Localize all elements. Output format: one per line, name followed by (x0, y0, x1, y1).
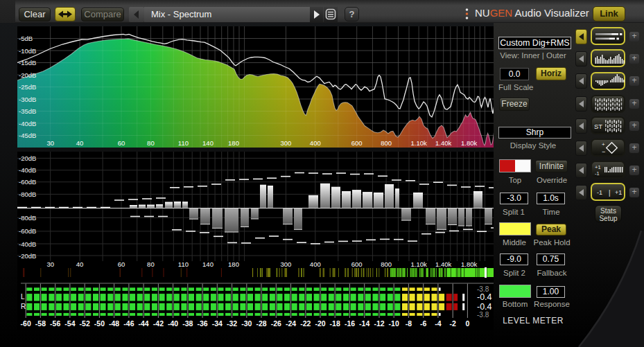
svg-text:-16: -16 (345, 319, 355, 328)
svg-text:-30dB: -30dB (19, 96, 36, 103)
svg-text:-5dB: -5dB (19, 35, 33, 42)
svg-text:-3.8: -3.8 (477, 311, 489, 319)
svg-text:1.80k: 1.80k (461, 260, 477, 268)
svg-text:1.10k: 1.10k (410, 139, 426, 147)
svg-text:-6: -6 (420, 319, 426, 328)
svg-text:+1: +1 (615, 189, 622, 196)
svg-text:300: 300 (280, 139, 291, 147)
svg-text:-45dB: -45dB (19, 132, 36, 139)
svg-text:30: 30 (46, 139, 54, 147)
svg-text:110: 110 (178, 139, 189, 147)
svg-text:-40dB: -40dB (19, 166, 36, 174)
svg-text:-20dB: -20dB (19, 154, 36, 162)
svg-text:-26: -26 (271, 319, 281, 328)
svg-text:300: 300 (280, 260, 291, 268)
svg-text:-36: -36 (198, 319, 208, 328)
svg-text:-40: -40 (168, 319, 178, 328)
svg-text:-0.4: -0.4 (477, 302, 492, 312)
svg-text:-1: -1 (595, 170, 600, 177)
svg-text:-10: -10 (389, 319, 399, 328)
svg-text:-40dB: -40dB (19, 240, 36, 248)
svg-text:-52: -52 (80, 319, 90, 328)
svg-text:-50: -50 (94, 319, 105, 328)
svg-text:-1: -1 (597, 189, 602, 196)
svg-text:-60: -60 (21, 319, 31, 328)
svg-text:60: 60 (118, 139, 125, 147)
svg-text:-20: -20 (315, 319, 325, 328)
svg-text:-24: -24 (286, 319, 296, 328)
svg-text:-28: -28 (256, 319, 266, 328)
svg-text:|: | (609, 189, 611, 197)
svg-text:ST: ST (594, 123, 602, 130)
svg-text:-34: -34 (212, 319, 223, 328)
svg-text:-10dB: -10dB (19, 47, 36, 55)
svg-text:R: R (21, 303, 26, 310)
svg-text:0: 0 (465, 319, 469, 328)
svg-text:-46: -46 (123, 319, 134, 328)
svg-text:180: 180 (228, 260, 239, 268)
svg-text:60: 60 (118, 260, 125, 268)
svg-text:30: 30 (46, 260, 54, 268)
svg-text:-38: -38 (182, 319, 193, 328)
svg-text:-14: -14 (359, 319, 369, 328)
svg-text:-80dB: -80dB (19, 190, 36, 198)
svg-text:40: 40 (76, 260, 84, 268)
svg-text:40: 40 (76, 139, 84, 147)
svg-text:-4: -4 (435, 319, 441, 328)
svg-text:600: 600 (351, 139, 363, 147)
svg-text:80: 80 (147, 260, 155, 268)
svg-text:-60dB: -60dB (19, 227, 36, 235)
svg-text:140: 140 (202, 260, 214, 268)
svg-text:800: 800 (381, 260, 392, 268)
svg-text:1.80k: 1.80k (461, 139, 477, 147)
svg-text:-35dB: -35dB (19, 107, 36, 115)
svg-text:-58: -58 (35, 319, 46, 328)
svg-text:-20dB: -20dB (19, 252, 36, 260)
svg-text:-32: -32 (227, 319, 237, 328)
svg-text:-44: -44 (139, 319, 149, 328)
svg-text:-25dB: -25dB (19, 83, 36, 91)
svg-text:-0.4: -0.4 (477, 292, 492, 302)
svg-text:1.10k: 1.10k (410, 260, 426, 268)
svg-text:-18: -18 (330, 319, 340, 328)
svg-text:-8: -8 (406, 319, 412, 328)
svg-text:-80dB: -80dB (19, 214, 36, 222)
svg-text:80: 80 (147, 139, 155, 147)
svg-text:-60dB: -60dB (19, 178, 36, 186)
svg-text:600: 600 (351, 260, 363, 268)
svg-text:110: 110 (178, 260, 189, 268)
svg-text:+: + (602, 141, 605, 148)
svg-text:-40dB: -40dB (19, 120, 36, 127)
svg-text:-30: -30 (241, 319, 252, 328)
svg-text:+1: +1 (595, 164, 601, 170)
svg-text:140: 140 (202, 139, 214, 147)
svg-text:1.40k: 1.40k (435, 139, 451, 147)
svg-text:-42: -42 (153, 319, 164, 328)
svg-text:L: L (21, 293, 25, 301)
svg-text:1.40k: 1.40k (435, 260, 451, 268)
svg-text:400: 400 (310, 139, 321, 147)
svg-text:−: − (602, 148, 605, 155)
svg-text:-15dB: -15dB (19, 59, 36, 66)
svg-text:-56: -56 (50, 319, 60, 328)
svg-text:-48: -48 (109, 319, 119, 328)
svg-text:-20dB: -20dB (19, 71, 36, 79)
svg-text:400: 400 (310, 260, 321, 268)
svg-text:-22: -22 (300, 319, 311, 328)
svg-text:180: 180 (228, 139, 239, 147)
svg-text:800: 800 (381, 139, 392, 147)
svg-text:-2: -2 (450, 319, 456, 328)
svg-text:-54: -54 (64, 319, 75, 328)
svg-text:-12: -12 (374, 319, 384, 328)
